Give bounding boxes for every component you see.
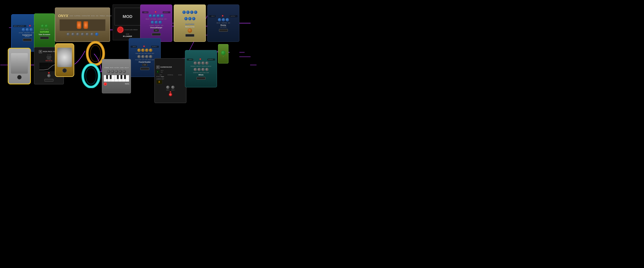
harmonizer-gain2-knob[interactable] bbox=[171, 86, 174, 89]
hpf-order-label: ORDER bbox=[46, 56, 52, 58]
fat1-power-button[interactable] bbox=[104, 82, 107, 86]
wah-toe-switch[interactable] bbox=[17, 75, 22, 79]
echo-lfo-knob[interactable] bbox=[192, 17, 196, 20]
chorus-lrphase-knob[interactable] bbox=[153, 14, 156, 18]
small-pedal-label: + bbox=[223, 56, 224, 57]
echo-center-knob[interactable] bbox=[188, 28, 192, 33]
chorus-contour-knob[interactable] bbox=[156, 14, 160, 18]
harmonizer-mode-label: MODE bbox=[176, 74, 185, 76]
svg-point-7 bbox=[83, 65, 99, 87]
compressor-output-knob[interactable] bbox=[30, 28, 33, 31]
mverb-io: → INPUT OUTPUT → bbox=[187, 59, 215, 61]
harmonizer-scale-row: SCALE Major bbox=[156, 76, 185, 77]
fractal-dryleft-knob[interactable] bbox=[141, 55, 144, 58]
black-key-1[interactable] bbox=[106, 75, 108, 79]
fractal-tap-button[interactable]: TAP bbox=[142, 63, 147, 66]
onyx-bass-knob[interactable] bbox=[81, 33, 84, 36]
mverb-density-knob[interactable] bbox=[198, 61, 201, 65]
fractal-wetleft-knob[interactable] bbox=[141, 49, 144, 52]
fat1-knobs bbox=[106, 69, 127, 74]
small-pedal-knob[interactable] bbox=[221, 51, 226, 55]
fractal-output: OUTPUT → bbox=[151, 46, 159, 48]
echo-rlevel-knob[interactable] bbox=[188, 17, 192, 20]
white-key-3[interactable] bbox=[111, 75, 114, 82]
chorus-dry-knob[interactable] bbox=[160, 14, 164, 18]
wah-pedal bbox=[8, 48, 31, 84]
harmonizer-labels: KEY INTERVAL MODE bbox=[156, 74, 185, 76]
fractal-dryright-knob[interactable] bbox=[145, 55, 148, 58]
compressor-footswitch[interactable] bbox=[23, 39, 32, 41]
mverb-level-knob[interactable] bbox=[201, 68, 204, 71]
white-key-7[interactable] bbox=[126, 75, 129, 82]
chorus-rlevel-knob[interactable] bbox=[155, 21, 158, 24]
onyx-clipping-knob[interactable] bbox=[71, 33, 74, 36]
black-key-3[interactable] bbox=[117, 75, 119, 79]
chorus-lfo-knob[interactable] bbox=[158, 21, 162, 24]
hpf-knob[interactable] bbox=[47, 74, 50, 77]
onyx-character-knob[interactable] bbox=[76, 33, 79, 36]
chorus-output: OUTPUT → bbox=[163, 11, 170, 13]
mverb-footswitch[interactable] bbox=[196, 77, 206, 80]
roomy-damping-knob[interactable] bbox=[222, 18, 225, 21]
fat1-knob3[interactable] bbox=[115, 70, 118, 73]
fractal-time-knob[interactable] bbox=[137, 49, 141, 52]
hpf-footswitch[interactable] bbox=[44, 79, 54, 82]
fractal-dry-knob[interactable] bbox=[149, 55, 152, 58]
tube-screamer-level-knob[interactable] bbox=[45, 24, 48, 28]
compressor-attack-knob[interactable] bbox=[22, 28, 25, 31]
fractal-wetright-knob[interactable] bbox=[145, 49, 148, 52]
echo-mode-knob[interactable] bbox=[194, 11, 197, 14]
mverb-input: → INPUT bbox=[187, 59, 193, 61]
echo-llevel-knob[interactable] bbox=[184, 17, 188, 20]
hpf-brand-icon: B bbox=[39, 50, 42, 53]
mverb-decay-knob[interactable] bbox=[205, 61, 208, 65]
mverb-knobs-top bbox=[193, 61, 210, 66]
black-key-5[interactable] bbox=[124, 75, 126, 79]
ir-loader-bypass-button[interactable] bbox=[118, 27, 123, 33]
mverb-size-knob[interactable] bbox=[205, 68, 208, 71]
chorus-footswitch[interactable] bbox=[152, 33, 161, 36]
hpf-led bbox=[48, 72, 50, 73]
onyx-gain-knob[interactable] bbox=[66, 33, 70, 36]
fat1-knob2[interactable] bbox=[111, 70, 114, 73]
black-key-4[interactable] bbox=[120, 75, 122, 79]
fat1-knob1[interactable] bbox=[107, 70, 110, 73]
compressor-knob-labels: ATTACK RELEASE OUTPUT bbox=[19, 32, 36, 34]
echo-xover-knob[interactable] bbox=[190, 11, 194, 14]
chorus-llevel-knob[interactable] bbox=[151, 21, 154, 24]
portal-left-switch[interactable] bbox=[62, 68, 67, 73]
svg-point-5 bbox=[90, 45, 101, 62]
compressor-release-knob[interactable] bbox=[26, 28, 29, 31]
echo-footswitch[interactable] bbox=[186, 34, 194, 37]
echo-rtime-knob[interactable] bbox=[186, 11, 190, 14]
chorus-delay-knob[interactable] bbox=[149, 14, 152, 18]
tube-screamer-footswitch[interactable] bbox=[40, 37, 49, 39]
fat1-bottom-row: FAT1 bbox=[104, 82, 129, 86]
roomy-mix-knob[interactable] bbox=[226, 18, 229, 21]
fractal-knobs-top bbox=[136, 48, 153, 53]
onyx-volume-knob[interactable] bbox=[95, 33, 98, 36]
roomy-footswitch[interactable] bbox=[219, 29, 228, 32]
onyx-treble-knob[interactable] bbox=[90, 33, 94, 36]
roomy-output: OUTPUT → bbox=[230, 15, 238, 17]
tube-screamer-drive-knob[interactable] bbox=[41, 24, 44, 28]
mverb-smooth-knob[interactable] bbox=[201, 61, 204, 65]
fat1-knob4[interactable] bbox=[119, 70, 122, 73]
mverb-label: MVerb bbox=[198, 74, 204, 76]
harmonizer-led bbox=[170, 91, 171, 93]
fat1-knob5[interactable] bbox=[122, 70, 126, 73]
fractal-wet-knob[interactable] bbox=[149, 49, 152, 52]
mverb-freqdly-knob[interactable] bbox=[194, 61, 197, 65]
onyx-mid-knob[interactable] bbox=[86, 33, 89, 36]
black-key-2[interactable] bbox=[110, 75, 112, 79]
harmonizer-gain1-knob[interactable] bbox=[166, 86, 170, 89]
fractal-footswitch[interactable] bbox=[140, 67, 149, 70]
wah-body bbox=[11, 53, 28, 74]
chorus-tap-button[interactable]: TAP bbox=[154, 29, 159, 32]
mverb-damping-knob[interactable] bbox=[194, 68, 197, 71]
mverb-gain-knob[interactable] bbox=[198, 68, 201, 71]
fractal-pitch-knob[interactable] bbox=[137, 55, 141, 58]
roomy-decay-knob[interactable] bbox=[218, 18, 221, 21]
stereo-echo-knobs-top bbox=[182, 10, 198, 15]
echo-ltime-knob[interactable] bbox=[182, 11, 186, 14]
